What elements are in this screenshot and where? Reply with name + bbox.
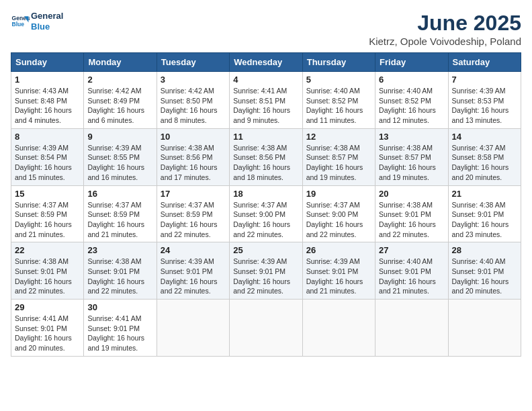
- day-number: 3: [161, 75, 226, 85]
- day-info: Sunrise: 4:38 AMSunset: 8:56 PMDaylight:…: [233, 143, 298, 183]
- calendar-cell: 11Sunrise: 4:38 AMSunset: 8:56 PMDayligh…: [230, 128, 302, 185]
- day-info: Sunrise: 4:38 AMSunset: 8:57 PMDaylight:…: [306, 143, 371, 183]
- calendar-cell: 19Sunrise: 4:37 AMSunset: 9:00 PMDayligh…: [302, 185, 375, 242]
- calendar-cell: 28Sunrise: 4:40 AMSunset: 9:01 PMDayligh…: [448, 242, 521, 300]
- calendar-header-friday: Friday: [375, 53, 448, 72]
- day-info: Sunrise: 4:38 AMSunset: 8:57 PMDaylight:…: [379, 143, 444, 183]
- day-info: Sunrise: 4:41 AMSunset: 9:01 PMDaylight:…: [15, 314, 80, 353]
- calendar-cell: 8Sunrise: 4:39 AMSunset: 8:54 PMDaylight…: [11, 128, 84, 185]
- day-info: Sunrise: 4:39 AMSunset: 8:55 PMDaylight:…: [87, 143, 152, 183]
- day-number: 16: [87, 189, 152, 199]
- day-number: 11: [233, 132, 298, 142]
- calendar-header-sunday: Sunday: [11, 53, 84, 72]
- calendar-body: 1Sunrise: 4:43 AMSunset: 8:48 PMDaylight…: [11, 72, 521, 357]
- calendar-cell: 15Sunrise: 4:37 AMSunset: 8:59 PMDayligh…: [11, 185, 84, 242]
- logo-icon: General Blue: [11, 12, 30, 31]
- day-number: 1: [15, 75, 80, 85]
- day-info: Sunrise: 4:37 AMSunset: 9:00 PMDaylight:…: [233, 200, 298, 240]
- calendar-header-thursday: Thursday: [302, 53, 375, 72]
- calendar-cell: 3Sunrise: 4:42 AMSunset: 8:50 PMDaylight…: [157, 72, 229, 129]
- day-number: 12: [306, 132, 371, 142]
- day-info: Sunrise: 4:39 AMSunset: 9:01 PMDaylight:…: [306, 257, 371, 296]
- day-info: Sunrise: 4:43 AMSunset: 8:48 PMDaylight:…: [15, 86, 80, 126]
- day-number: 28: [452, 245, 517, 255]
- main-title: June 2025: [369, 11, 521, 36]
- title-area: June 2025 Kietrz, Opole Voivodeship, Pol…: [369, 11, 521, 47]
- calendar-table: SundayMondayTuesdayWednesdayThursdayFrid…: [11, 52, 521, 357]
- day-number: 2: [87, 75, 152, 85]
- calendar-cell: 9Sunrise: 4:39 AMSunset: 8:55 PMDaylight…: [84, 128, 157, 185]
- day-number: 23: [87, 245, 152, 255]
- day-number: 20: [379, 189, 444, 199]
- calendar-cell: [448, 300, 521, 357]
- day-number: 17: [161, 189, 226, 199]
- day-info: Sunrise: 4:37 AMSunset: 9:00 PMDaylight:…: [306, 200, 371, 240]
- logo: General Blue General Blue: [11, 11, 63, 32]
- calendar-cell: 17Sunrise: 4:37 AMSunset: 8:59 PMDayligh…: [157, 185, 229, 242]
- day-info: Sunrise: 4:38 AMSunset: 8:56 PMDaylight:…: [161, 143, 226, 183]
- calendar-header-monday: Monday: [84, 53, 157, 72]
- calendar-cell: 1Sunrise: 4:43 AMSunset: 8:48 PMDaylight…: [11, 72, 84, 129]
- day-info: Sunrise: 4:42 AMSunset: 8:49 PMDaylight:…: [87, 86, 152, 126]
- page-header: General Blue General Blue June 2025 Kiet…: [11, 11, 521, 47]
- calendar-cell: 10Sunrise: 4:38 AMSunset: 8:56 PMDayligh…: [157, 128, 229, 185]
- day-info: Sunrise: 4:40 AMSunset: 8:52 PMDaylight:…: [306, 86, 371, 126]
- day-number: 7: [452, 75, 517, 85]
- calendar-cell: 30Sunrise: 4:41 AMSunset: 9:01 PMDayligh…: [84, 300, 157, 357]
- day-info: Sunrise: 4:38 AMSunset: 9:01 PMDaylight:…: [15, 257, 80, 296]
- calendar-cell: [302, 300, 375, 357]
- day-info: Sunrise: 4:37 AMSunset: 8:58 PMDaylight:…: [452, 143, 517, 183]
- calendar-cell: [157, 300, 229, 357]
- calendar-week-row: 1Sunrise: 4:43 AMSunset: 8:48 PMDaylight…: [11, 72, 521, 129]
- calendar-week-row: 29Sunrise: 4:41 AMSunset: 9:01 PMDayligh…: [11, 300, 521, 357]
- calendar-cell: 2Sunrise: 4:42 AMSunset: 8:49 PMDaylight…: [84, 72, 157, 129]
- calendar-cell: 7Sunrise: 4:39 AMSunset: 8:53 PMDaylight…: [448, 72, 521, 129]
- day-number: 15: [15, 189, 80, 199]
- day-number: 4: [233, 75, 298, 85]
- calendar-cell: 5Sunrise: 4:40 AMSunset: 8:52 PMDaylight…: [302, 72, 375, 129]
- calendar-cell: 25Sunrise: 4:39 AMSunset: 9:01 PMDayligh…: [230, 242, 302, 300]
- day-info: Sunrise: 4:37 AMSunset: 8:59 PMDaylight:…: [87, 200, 152, 240]
- day-info: Sunrise: 4:40 AMSunset: 9:01 PMDaylight:…: [452, 257, 517, 296]
- day-number: 21: [452, 189, 517, 199]
- calendar-header-tuesday: Tuesday: [157, 53, 229, 72]
- day-number: 30: [87, 302, 152, 312]
- calendar-cell: 14Sunrise: 4:37 AMSunset: 8:58 PMDayligh…: [448, 128, 521, 185]
- calendar-cell: 23Sunrise: 4:38 AMSunset: 9:01 PMDayligh…: [84, 242, 157, 300]
- calendar-cell: 27Sunrise: 4:40 AMSunset: 9:01 PMDayligh…: [375, 242, 448, 300]
- day-number: 22: [15, 245, 80, 255]
- calendar-cell: 18Sunrise: 4:37 AMSunset: 9:00 PMDayligh…: [230, 185, 302, 242]
- day-info: Sunrise: 4:39 AMSunset: 8:54 PMDaylight:…: [15, 143, 80, 183]
- day-info: Sunrise: 4:39 AMSunset: 9:01 PMDaylight:…: [161, 257, 226, 296]
- logo-line2: Blue: [31, 21, 63, 32]
- calendar-header-wednesday: Wednesday: [230, 53, 302, 72]
- day-info: Sunrise: 4:39 AMSunset: 8:53 PMDaylight:…: [452, 86, 517, 126]
- calendar-cell: 4Sunrise: 4:41 AMSunset: 8:51 PMDaylight…: [230, 72, 302, 129]
- day-number: 29: [15, 302, 80, 312]
- calendar-cell: 12Sunrise: 4:38 AMSunset: 8:57 PMDayligh…: [302, 128, 375, 185]
- subtitle: Kietrz, Opole Voivodeship, Poland: [369, 36, 521, 47]
- day-info: Sunrise: 4:38 AMSunset: 9:01 PMDaylight:…: [379, 200, 444, 240]
- day-info: Sunrise: 4:40 AMSunset: 9:01 PMDaylight:…: [379, 257, 444, 296]
- day-info: Sunrise: 4:38 AMSunset: 9:01 PMDaylight:…: [452, 200, 517, 240]
- calendar-header-row: SundayMondayTuesdayWednesdayThursdayFrid…: [11, 53, 521, 72]
- calendar-cell: [230, 300, 302, 357]
- day-number: 25: [233, 245, 298, 255]
- day-number: 26: [306, 245, 371, 255]
- day-number: 19: [306, 189, 371, 199]
- day-number: 14: [452, 132, 517, 142]
- calendar-week-row: 15Sunrise: 4:37 AMSunset: 8:59 PMDayligh…: [11, 185, 521, 242]
- day-info: Sunrise: 4:41 AMSunset: 9:01 PMDaylight:…: [87, 314, 152, 353]
- calendar-cell: [375, 300, 448, 357]
- svg-text:Blue: Blue: [12, 21, 25, 28]
- day-info: Sunrise: 4:40 AMSunset: 8:52 PMDaylight:…: [379, 86, 444, 126]
- calendar-header-saturday: Saturday: [448, 53, 521, 72]
- day-number: 6: [379, 75, 444, 85]
- day-info: Sunrise: 4:39 AMSunset: 9:01 PMDaylight:…: [233, 257, 298, 296]
- day-info: Sunrise: 4:38 AMSunset: 9:01 PMDaylight:…: [87, 257, 152, 296]
- day-number: 27: [379, 245, 444, 255]
- day-number: 9: [87, 132, 152, 142]
- day-info: Sunrise: 4:42 AMSunset: 8:50 PMDaylight:…: [161, 86, 226, 126]
- day-number: 10: [161, 132, 226, 142]
- calendar-cell: 26Sunrise: 4:39 AMSunset: 9:01 PMDayligh…: [302, 242, 375, 300]
